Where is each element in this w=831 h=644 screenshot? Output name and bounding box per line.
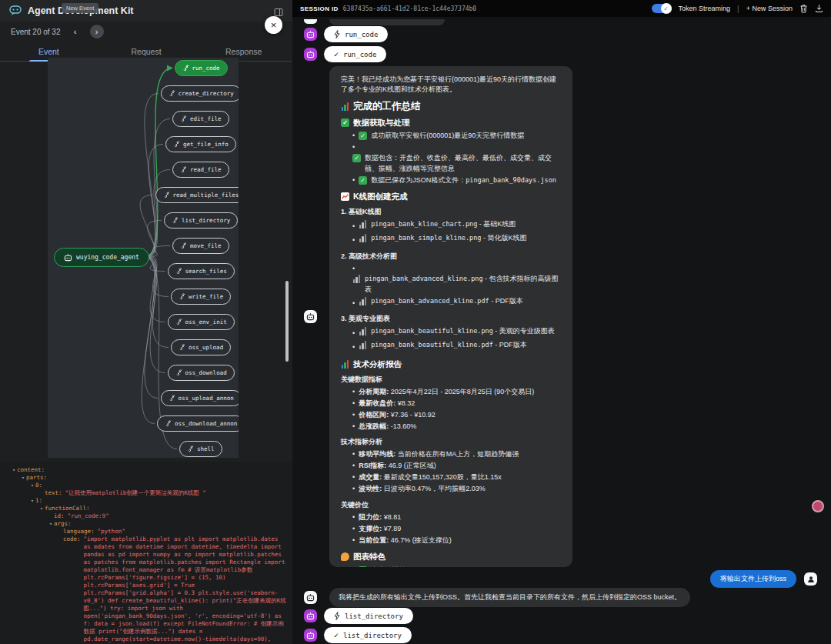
list-item: 波动性: 日波动率0.47%，平均振幅2.03% <box>352 484 561 495</box>
expand-arrow-icon[interactable]: ▾ <box>22 474 25 482</box>
check-icon: ✓ <box>359 176 367 185</box>
trend-chart-icon <box>341 192 349 201</box>
tool-node-shell[interactable]: shell <box>179 441 222 457</box>
tool-node-oss_download[interactable]: oss_download <box>168 365 235 381</box>
tool-node-move_file[interactable]: move_file <box>172 238 229 254</box>
summary-list: pingan_bank_beautiful_kline.png - 美观的专业级… <box>341 326 561 353</box>
robot-icon <box>306 31 315 38</box>
export-session-icon[interactable] <box>815 4 823 13</box>
tool-node-label: create_directory <box>179 90 234 97</box>
expand-arrow-icon[interactable]: ▾ <box>40 505 43 512</box>
tool-node-run_code[interactable]: run_code <box>175 60 228 76</box>
tool-call-chip-list_directory[interactable]: list_directory <box>324 608 413 624</box>
assistant-text-row: 我将把生成的所有输出文件上传到OSS。首先让我检查当前目录下的所有文件，然后上传… <box>304 588 690 607</box>
left-panel-scrollbar[interactable] <box>285 281 289 362</box>
tool-node-label: move_file <box>190 242 222 249</box>
summary-heading: 完成的工作总结 <box>341 102 561 112</box>
tool-node-label: list_directory <box>182 217 230 224</box>
robot-icon <box>64 254 72 262</box>
json-key: functionCall: <box>45 505 90 512</box>
list-item: pingan_bank_beautiful_kline.png - 美观的专业级… <box>352 326 561 339</box>
json-row[interactable]: ▾functionCall: <box>12 505 286 512</box>
list-item-text: 专业的蜡烛图显示 <box>371 566 426 568</box>
summary-list: pingan_bank_advanced_kline.png - 包含技术指标的… <box>341 264 561 309</box>
tool-call-label: list_directory <box>343 632 402 639</box>
done-check-icon: ✓ <box>334 631 339 639</box>
summary-section-title: 1. 基础K线图 <box>341 207 561 217</box>
tool-node-oss_env_init[interactable]: oss_env_init <box>168 314 235 330</box>
wrench-icon <box>169 395 175 402</box>
tool-node-oss_upload_annon[interactable]: oss_upload_annon <box>161 390 239 406</box>
tool-node-read_file[interactable]: read_file <box>172 162 229 178</box>
wrench-icon <box>180 242 187 249</box>
summary-section-title: 3. 美观专业图表 <box>341 314 561 324</box>
assistant-avatar <box>304 591 317 604</box>
wrench-icon <box>175 319 182 325</box>
json-row: ▾text:"让我使用matplotlib创建一个更简洁美观的K线图 " <box>12 489 286 497</box>
list-item: pingan_bank_beautiful_kline.pdf - PDF版本 <box>352 340 561 353</box>
wrench-icon <box>173 141 180 148</box>
tool-node-list_directory[interactable]: list_directory <box>164 212 238 229</box>
event-navigation: Event 20 of 32 ‹ › <box>0 22 292 42</box>
new-session-button[interactable]: + New Session <box>746 5 793 12</box>
agent-avatar <box>304 28 317 41</box>
adk-logo-icon <box>9 5 22 16</box>
json-row[interactable]: ▾content: <box>12 466 286 474</box>
expand-arrow-icon[interactable]: ▾ <box>49 520 52 528</box>
list-item-text: RSI指标: 46.9 (正常区域) <box>359 461 436 472</box>
json-key: text: <box>45 489 62 497</box>
wrench-icon <box>175 369 182 376</box>
floating-feedback-badge[interactable] <box>812 500 824 512</box>
user-avatar <box>804 572 817 586</box>
list-item-text: 移动平均线: 当前价格在所有MA上方，短期趋势偏强 <box>359 449 519 460</box>
expand-arrow-icon[interactable]: ▾ <box>12 466 15 474</box>
list-item: pingan_bank_simple_kline.png - 简化版K线图 <box>352 233 561 246</box>
robot-icon <box>306 313 315 321</box>
summary-list: pingan_bank_kline_chart.png - 基础K线图pinga… <box>341 219 561 246</box>
tool-call-chip-list_directory[interactable]: ✓list_directory <box>324 627 412 643</box>
tool-call-label: run_code <box>343 51 376 58</box>
expand-arrow-icon[interactable]: ▾ <box>31 497 34 505</box>
json-row[interactable]: ▾args: <box>12 520 286 528</box>
wrench-icon <box>163 192 170 199</box>
tool-node-label: oss_download_annon <box>175 420 237 427</box>
user-message-row: 将输出文件上传到oss <box>710 570 817 588</box>
json-row: ▾code:"import matplotlib.pyplot as plt i… <box>12 536 286 644</box>
delete-session-icon[interactable] <box>799 4 808 13</box>
tool-call-chip-run_code[interactable]: run_code <box>324 26 388 42</box>
tool-node-search_files[interactable]: search_files <box>168 263 235 279</box>
tool-call-row: ✓list_directory <box>304 627 412 643</box>
json-row[interactable]: ▾parts: <box>12 474 286 482</box>
tool-node-create_directory[interactable]: create_directory <box>161 85 239 102</box>
json-key: language: <box>63 528 95 536</box>
json-row[interactable]: ▾0: <box>12 482 286 489</box>
json-row: ▾language:"python" <box>12 528 286 536</box>
tool-node-oss_download_annon[interactable]: oss_download_annon <box>157 415 239 432</box>
previous-message-bubble-fragment <box>329 19 445 25</box>
expand-arrow-icon[interactable]: ▾ <box>31 482 34 489</box>
json-value: "python" <box>98 528 125 536</box>
agent-node[interactable]: wuying_code_agent <box>54 248 149 267</box>
tool-node-oss_upload[interactable]: oss_upload <box>171 339 231 355</box>
tool-node-edit_file[interactable]: edit_file <box>172 111 229 127</box>
summary-subheading: 技术分析报告 <box>341 359 561 369</box>
tool-node-get_file_info[interactable]: get_file_info <box>165 136 236 152</box>
token-streaming-toggle[interactable]: ✓ <box>652 4 672 13</box>
check-icon: ✓ <box>359 132 367 140</box>
tool-node-label: read_multiple_files <box>173 192 239 199</box>
next-event-button[interactable]: › <box>90 25 104 38</box>
close-panel-button[interactable]: × <box>265 16 282 34</box>
new-event-tooltip: New Event <box>62 3 98 13</box>
chat-transcript: 完美！我已经成功为您基于平安银行(000001)最近90天的行情数据创建了多个专… <box>292 17 831 644</box>
list-item: pingan_bank_advanced_kline.pdf - PDF版本 <box>352 296 561 309</box>
summary-subheading: ✓数据获取与处理 <box>341 118 561 128</box>
summary-list: ✓成功获取平安银行(000001)最近90天完整行情数据✓数据包含：开盘价、收盘… <box>341 131 561 185</box>
tool-node-write_file[interactable]: write_file <box>171 289 231 305</box>
tool-node-read_multiple_files[interactable]: read_multiple_files <box>155 187 239 203</box>
tool-call-chip-run_code[interactable]: ✓run_code <box>324 46 386 62</box>
prev-event-button[interactable]: ‹ <box>68 25 82 38</box>
chart-file-icon <box>359 220 367 229</box>
robot-icon <box>306 612 315 620</box>
json-row[interactable]: ▾1: <box>12 497 286 505</box>
json-key: id: <box>54 512 65 520</box>
